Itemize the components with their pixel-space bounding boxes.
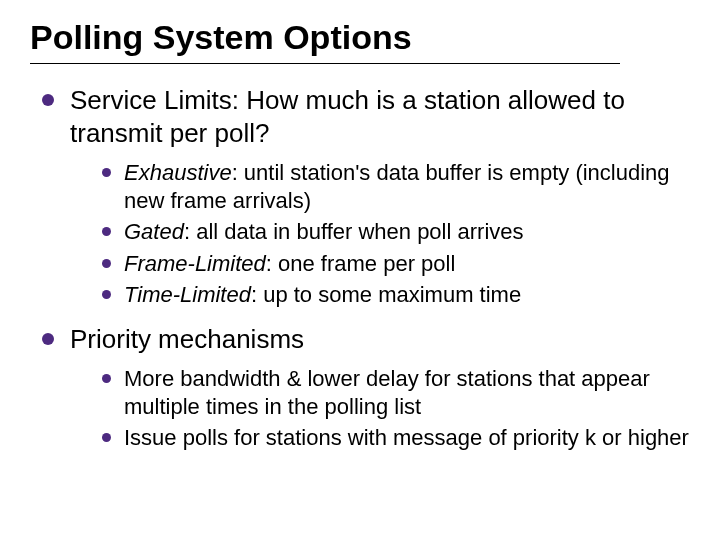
page-title: Polling System Options — [30, 18, 690, 57]
sub-list-priority: More bandwidth & lower delay for station… — [70, 365, 690, 452]
sub-bullet: More bandwidth & lower delay for station… — [96, 365, 690, 420]
term: Exhaustive — [124, 160, 232, 185]
sub-list-service: Exhaustive: until station's data buffer … — [70, 159, 690, 309]
definition: : one frame per poll — [266, 251, 456, 276]
term: Gated — [124, 219, 184, 244]
bullet-service-limits: Service Limits: How much is a station al… — [36, 84, 690, 309]
definition: : all data in buffer when poll arrives — [184, 219, 524, 244]
bullet-priority: Priority mechanisms More bandwidth & low… — [36, 323, 690, 452]
sub-bullet: Issue polls for stations with message of… — [96, 424, 690, 452]
sub-bullet-text: More bandwidth & lower delay for station… — [124, 366, 650, 419]
term: Time-Limited — [124, 282, 251, 307]
title-underline — [30, 63, 620, 64]
bullet-text: Service Limits: How much is a station al… — [70, 85, 625, 148]
bullet-text: Priority mechanisms — [70, 324, 304, 354]
sub-bullet-text: Issue polls for stations with message of… — [124, 425, 689, 450]
term: Frame-Limited — [124, 251, 266, 276]
definition: : up to some maximum time — [251, 282, 521, 307]
sub-bullet: Time-Limited: up to some maximum time — [96, 281, 690, 309]
sub-bullet: Exhaustive: until station's data buffer … — [96, 159, 690, 214]
slide: Polling System Options Service Limits: H… — [0, 0, 720, 540]
sub-bullet: Gated: all data in buffer when poll arri… — [96, 218, 690, 246]
bullet-list: Service Limits: How much is a station al… — [30, 84, 690, 452]
sub-bullet: Frame-Limited: one frame per poll — [96, 250, 690, 278]
